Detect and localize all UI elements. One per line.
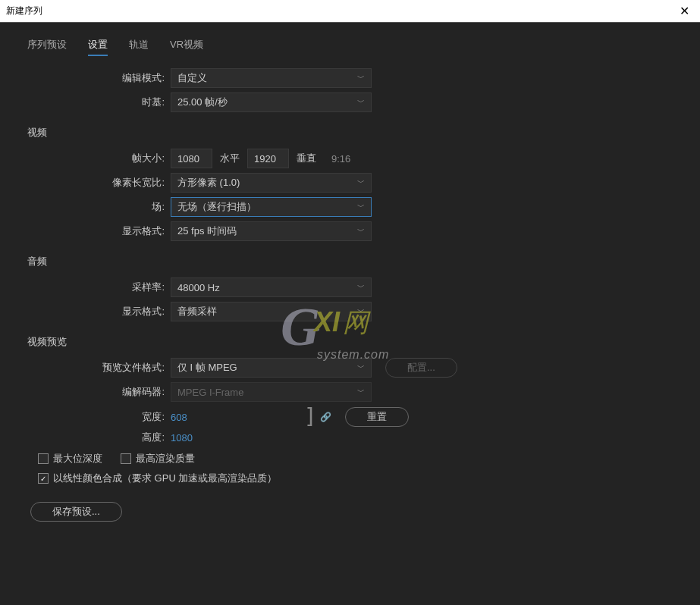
max-render-quality-label: 最高渲染质量 (136, 452, 195, 466)
codec-label: 编解码器: (15, 385, 171, 399)
video-header: 视频 (15, 126, 685, 144)
video-section: 视频 帧大小: 1080 水平 1920 垂直 9:16 像素长宽比: 方形像素… (15, 126, 685, 241)
timebase-label: 时基: (15, 96, 171, 109)
preview-section: 视频预览 预览文件格式: 仅 I 帧 MPEG ﹀ 配置... 编解码器: MP… (15, 335, 685, 488)
link-icon[interactable]: 🔗 (320, 412, 331, 422)
max-bit-depth-label: 最大位深度 (53, 452, 102, 466)
tab-bar: 序列预设 设置 轨道 VR视频 (15, 32, 685, 64)
par-label: 像素长宽比: (15, 176, 171, 190)
edit-mode-select[interactable]: 自定义 ﹀ (171, 68, 372, 88)
audio-display-format-label: 显示格式: (15, 305, 171, 318)
fields-select[interactable]: 无场（逐行扫描） ﹀ (171, 197, 372, 217)
timebase-value: 25.00 帧/秒 (177, 96, 228, 109)
preview-height-label: 高度: (15, 431, 171, 444)
aspect-ratio: 9:16 (331, 153, 350, 165)
max-bit-depth-checkbox[interactable] (38, 453, 49, 464)
preview-header: 视频预览 (15, 335, 685, 353)
audio-display-format-value: 音频采样 (177, 305, 217, 318)
par-select[interactable]: 方形像素 (1.0) ﹀ (171, 173, 372, 193)
chevron-down-icon: ﹀ (357, 202, 365, 212)
linear-composite-label: 以线性颜色合成（要求 GPU 加速或最高渲染品质） (53, 472, 277, 485)
par-value: 方形像素 (1.0) (177, 176, 240, 190)
preview-width-label: 宽度: (15, 410, 171, 424)
dialog-body: 序列预设 设置 轨道 VR视频 编辑模式: 自定义 ﹀ 时基: 25.00 帧/… (0, 23, 700, 605)
tab-preset[interactable]: 序列预设 (27, 38, 67, 56)
preview-file-format-label: 预览文件格式: (15, 361, 171, 375)
horizontal-label: 水平 (220, 152, 240, 165)
preview-height-value[interactable]: 1080 (171, 432, 193, 444)
max-render-quality-checkbox[interactable] (121, 453, 131, 464)
frame-size-label: 帧大小: (15, 152, 171, 165)
sample-rate-select[interactable]: 48000 Hz ﹀ (171, 277, 372, 297)
video-display-format-value: 25 fps 时间码 (177, 224, 237, 238)
video-display-format-select[interactable]: 25 fps 时间码 ﹀ (171, 221, 372, 241)
video-display-format-label: 显示格式: (15, 224, 171, 238)
tab-tracks[interactable]: 轨道 (129, 38, 149, 56)
chevron-down-icon: ﹀ (357, 387, 365, 397)
frame-width-input[interactable]: 1080 (171, 149, 212, 168)
configure-button: 配置... (385, 358, 457, 378)
edit-mode-label: 编辑模式: (15, 71, 171, 85)
chevron-down-icon: ﹀ (357, 282, 365, 293)
close-icon[interactable]: ✕ (675, 4, 694, 18)
linear-composite-checkbox[interactable] (38, 473, 49, 484)
chevron-down-icon: ﹀ (357, 362, 365, 373)
codec-value: MPEG I-Frame (177, 387, 243, 398)
audio-section: 音频 采样率: 48000 Hz ﹀ 显示格式: 音频采样 ﹀ (15, 255, 685, 321)
audio-header: 音频 (15, 255, 685, 273)
reset-button[interactable]: 重置 (345, 407, 409, 427)
bracket-icon: ] (304, 406, 314, 428)
frame-height-input[interactable]: 1920 (247, 149, 289, 168)
chevron-down-icon: ﹀ (357, 306, 365, 317)
chevron-down-icon: ﹀ (357, 97, 365, 108)
window-title: 新建序列 (6, 5, 42, 17)
fields-label: 场: (15, 200, 171, 214)
title-bar: 新建序列 ✕ (0, 0, 700, 23)
tab-settings[interactable]: 设置 (88, 38, 108, 56)
save-preset-button[interactable]: 保存预设... (30, 502, 122, 522)
audio-display-format-select[interactable]: 音频采样 ﹀ (171, 302, 372, 321)
edit-mode-value: 自定义 (177, 71, 207, 85)
sample-rate-value: 48000 Hz (177, 282, 220, 293)
preview-width-value[interactable]: 608 (171, 412, 187, 423)
preview-file-format-select[interactable]: 仅 I 帧 MPEG ﹀ (171, 358, 372, 378)
chevron-down-icon: ﹀ (357, 73, 365, 83)
timebase-select[interactable]: 25.00 帧/秒 ﹀ (171, 92, 372, 112)
fields-value: 无场（逐行扫描） (177, 200, 256, 214)
codec-select: MPEG I-Frame ﹀ (171, 382, 372, 402)
sample-rate-label: 采样率: (15, 281, 171, 294)
chevron-down-icon: ﹀ (357, 226, 365, 237)
tab-vr[interactable]: VR视频 (170, 38, 203, 56)
vertical-label: 垂直 (297, 152, 316, 165)
preview-file-format-value: 仅 I 帧 MPEG (177, 361, 237, 375)
chevron-down-icon: ﹀ (357, 177, 365, 188)
